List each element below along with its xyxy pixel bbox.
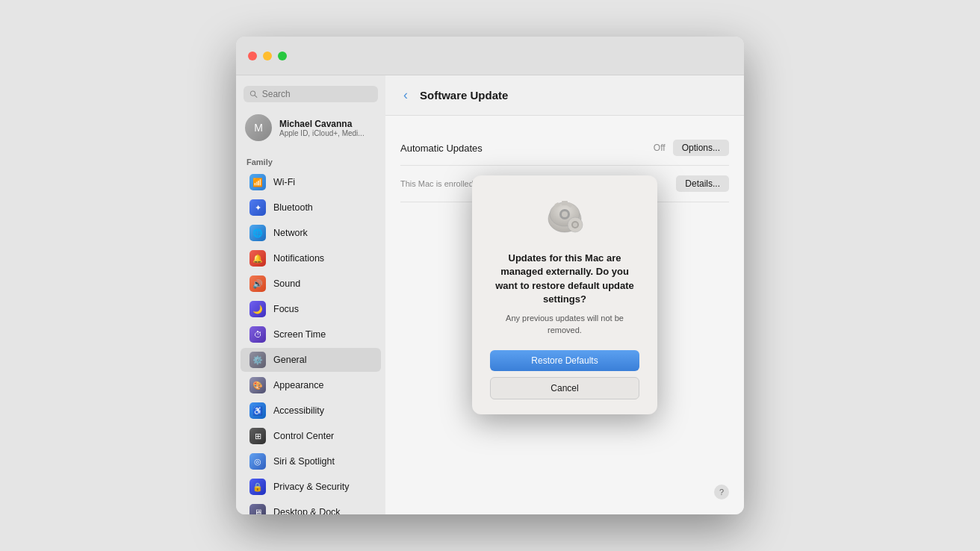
sidebar-item-bluetooth[interactable]: ✦ Bluetooth xyxy=(241,196,381,220)
sidebar-item-siri[interactable]: ◎ Siri & Spotlight xyxy=(241,449,381,473)
sidebar-item-label-sound: Sound xyxy=(273,278,300,289)
svg-line-1 xyxy=(255,96,257,98)
sidebar-item-label-privacy: Privacy & Security xyxy=(273,482,349,492)
sidebar-item-screentime[interactable]: ⏱ Screen Time xyxy=(241,323,381,346)
sidebar-item-label-focus: Focus xyxy=(273,304,299,314)
sidebar-item-general[interactable]: ⚙️ General xyxy=(241,348,381,372)
sidebar-item-label-screentime: Screen Time xyxy=(273,329,326,340)
appearance-icon: 🎨 xyxy=(249,377,266,393)
main-window: M Michael Cavanna Apple ID, iCloud+, Med… xyxy=(236,37,744,514)
sidebar: M Michael Cavanna Apple ID, iCloud+, Med… xyxy=(236,75,385,514)
sidebar-item-label-desktop: Desktop & Dock xyxy=(273,507,341,514)
sidebar-item-appearance[interactable]: 🎨 Appearance xyxy=(241,373,381,397)
modal-title: Updates for this Mac are managed externa… xyxy=(490,252,639,306)
controlcenter-icon: ⊞ xyxy=(249,428,266,444)
traffic-lights xyxy=(248,52,287,60)
focus-icon: 🌙 xyxy=(249,301,266,317)
svg-point-11 xyxy=(573,222,577,227)
privacy-icon: 🔒 xyxy=(249,479,266,495)
siri-icon: ◎ xyxy=(249,453,266,470)
sidebar-item-desktop[interactable]: 🖥 Desktop & Dock xyxy=(241,500,381,514)
sidebar-item-notifications[interactable]: 🔔 Notifications xyxy=(241,246,381,270)
sidebar-item-label-bluetooth: Bluetooth xyxy=(273,202,313,213)
sidebar-item-controlcenter[interactable]: ⊞ Control Center xyxy=(241,424,381,448)
gear-plugin-icon xyxy=(541,193,589,241)
avatar: M xyxy=(245,114,272,141)
search-bar[interactable] xyxy=(244,86,378,102)
search-icon xyxy=(249,90,258,99)
screentime-icon: ⏱ xyxy=(249,326,266,343)
sidebar-item-label-accessibility: Accessibility xyxy=(273,405,324,416)
close-button[interactable] xyxy=(248,52,257,60)
modal-dialog: Updates for this Mac are managed externa… xyxy=(472,175,657,414)
sidebar-item-label-network: Network xyxy=(273,228,308,238)
sidebar-item-label-controlcenter: Control Center xyxy=(273,431,334,441)
sidebar-item-label-appearance: Appearance xyxy=(273,380,323,390)
sidebar-item-accessibility[interactable]: ♿ Accessibility xyxy=(241,399,381,423)
search-input[interactable] xyxy=(262,89,372,99)
svg-rect-4 xyxy=(562,201,568,205)
accessibility-icon: ♿ xyxy=(249,402,266,419)
minimize-button[interactable] xyxy=(263,52,272,60)
user-name: Michael Cavanna xyxy=(279,119,365,129)
maximize-button[interactable] xyxy=(278,52,287,60)
restore-defaults-button[interactable]: Restore Defaults xyxy=(490,350,639,371)
sidebar-item-wifi[interactable]: 📶 Wi-Fi xyxy=(241,170,381,194)
svg-point-8 xyxy=(562,211,568,217)
desktop-icon: 🖥 xyxy=(249,504,266,514)
cancel-button[interactable]: Cancel xyxy=(490,377,639,399)
wifi-icon: 📶 xyxy=(249,174,266,190)
notifications-icon: 🔔 xyxy=(249,250,266,267)
bluetooth-icon: ✦ xyxy=(249,199,266,216)
sidebar-item-label-wifi: Wi-Fi xyxy=(273,177,295,187)
sound-icon: 🔊 xyxy=(249,276,266,292)
user-info: Michael Cavanna Apple ID, iCloud+, Medi.… xyxy=(279,119,365,137)
sidebar-item-label-general: General xyxy=(273,355,306,365)
user-profile[interactable]: M Michael Cavanna Apple ID, iCloud+, Med… xyxy=(236,110,385,146)
sidebar-item-label-notifications: Notifications xyxy=(273,253,324,264)
sidebar-item-privacy[interactable]: 🔒 Privacy & Security xyxy=(241,475,381,499)
sidebar-item-focus[interactable]: 🌙 Focus xyxy=(241,297,381,321)
section-label-family: Family xyxy=(236,155,385,169)
sidebar-item-network[interactable]: 🌐 Network xyxy=(241,221,381,245)
modal-subtitle: Any previous updates will not be removed… xyxy=(490,312,639,337)
sidebar-item-sound[interactable]: 🔊 Sound xyxy=(241,272,381,296)
window-body: M Michael Cavanna Apple ID, iCloud+, Med… xyxy=(236,75,744,514)
user-sub: Apple ID, iCloud+, Medi... xyxy=(279,129,365,137)
titlebar xyxy=(236,37,744,75)
modal-icon xyxy=(541,193,589,241)
modal-overlay: Updates for this Mac are managed externa… xyxy=(385,75,744,514)
main-content: ‹ Software Update Automatic Updates Off … xyxy=(385,75,744,514)
general-icon: ⚙️ xyxy=(249,352,266,368)
network-icon: 🌐 xyxy=(249,225,266,241)
sidebar-item-label-siri: Siri & Spotlight xyxy=(273,456,335,467)
